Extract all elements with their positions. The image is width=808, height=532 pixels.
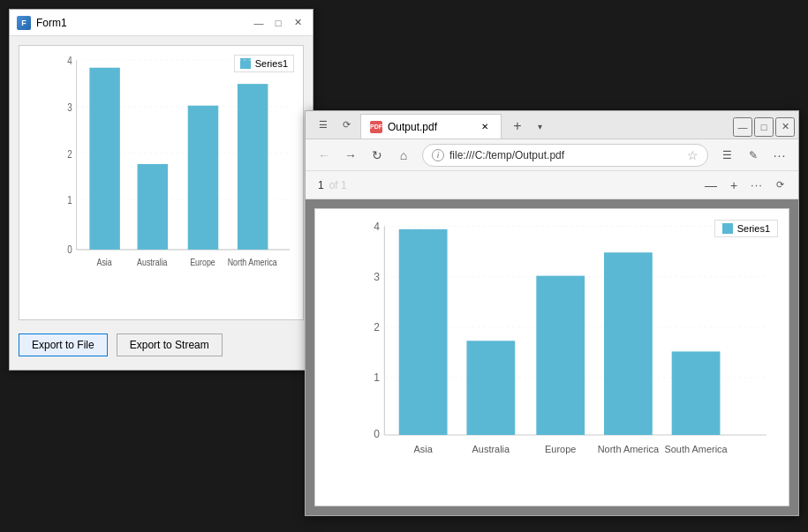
- home-button[interactable]: ⌂: [392, 144, 415, 167]
- bar-europe: [188, 106, 219, 250]
- pdf-bar-australia: [466, 341, 515, 435]
- more-button[interactable]: ···: [768, 144, 791, 167]
- form1-button-row: Export to File Export to Stream: [19, 329, 304, 361]
- svg-text:1: 1: [67, 194, 72, 206]
- svg-text:Australia: Australia: [137, 257, 168, 267]
- browser-close-button[interactable]: ✕: [775, 117, 795, 137]
- svg-text:0: 0: [67, 244, 72, 255]
- svg-text:2: 2: [67, 148, 72, 160]
- reload-button[interactable]: ↻: [366, 144, 389, 167]
- pdf-legend-label: Series1: [737, 223, 770, 234]
- svg-text:1: 1: [374, 371, 380, 384]
- form1-close-button[interactable]: ✕: [290, 15, 306, 31]
- svg-text:South America: South America: [664, 444, 728, 454]
- back-button[interactable]: ←: [313, 144, 336, 167]
- page-info: 1 of 1: [318, 179, 347, 191]
- pdf-favicon: PDF: [370, 121, 382, 133]
- form1-window: F Form1 — □ ✕ Series1: [9, 9, 313, 371]
- security-icon: i: [432, 149, 444, 161]
- pdf-bar-north-america: [604, 252, 653, 435]
- form1-titlebar: F Form1 — □ ✕: [10, 10, 313, 36]
- bookmark-icon[interactable]: ☆: [687, 148, 699, 162]
- svg-text:Asia: Asia: [414, 444, 434, 454]
- bar-asia: [89, 68, 120, 250]
- pdf-tab-close-button[interactable]: ✕: [478, 120, 492, 134]
- export-stream-button[interactable]: Export to Stream: [117, 333, 223, 356]
- toolbar-icon-2[interactable]: ⟳: [336, 114, 357, 135]
- svg-text:North America: North America: [228, 257, 277, 267]
- page-current: 1: [318, 179, 324, 191]
- browser-maximize-button[interactable]: □: [754, 117, 774, 137]
- form1-content: Series1 4 3 2 1 0: [10, 36, 313, 370]
- browser-window-controls: — □ ✕: [733, 111, 798, 139]
- export-file-button[interactable]: Export to File: [19, 333, 108, 356]
- browser-tab-area: ☰ ⟳ PDF Output.pdf ✕ + ▾: [306, 111, 733, 139]
- pdf-legend-color: [722, 223, 733, 234]
- svg-text:Europe: Europe: [190, 257, 215, 267]
- form1-chart-svg: 4 3 2 1 0 Asia Australia Eur: [50, 55, 294, 293]
- bar-north-america: [238, 84, 268, 250]
- svg-text:Asia: Asia: [97, 257, 113, 267]
- svg-text:4: 4: [374, 221, 380, 233]
- more-tools-button[interactable]: ···: [747, 176, 766, 195]
- form1-chart-container: Series1 4 3 2 1 0: [19, 45, 304, 320]
- form1-maximize-button[interactable]: □: [270, 15, 286, 31]
- svg-text:Australia: Australia: [472, 444, 510, 454]
- address-bar[interactable]: i file:///C:/temp/Output.pdf ☆: [422, 144, 708, 167]
- browser-chrome: ☰ ⟳ PDF Output.pdf ✕ + ▾ — □ ✕: [306, 111, 798, 515]
- pdf-chart-legend: Series1: [714, 220, 778, 237]
- pdf-toolbar: 1 of 1 — + ··· ⟳: [306, 171, 798, 199]
- pdf-tab[interactable]: PDF Output.pdf ✕: [360, 114, 502, 139]
- pen-button[interactable]: ✎: [742, 144, 765, 167]
- pdf-chart-card: Series1 4 3 2 1 0: [314, 208, 789, 506]
- svg-text:0: 0: [374, 428, 380, 440]
- zoom-in-button[interactable]: +: [724, 176, 744, 195]
- browser-minimize-button[interactable]: —: [733, 117, 752, 137]
- svg-text:3: 3: [374, 271, 380, 283]
- new-tab-button[interactable]: +: [505, 114, 530, 139]
- form1-app-icon: F: [17, 16, 31, 30]
- bar-australia: [138, 164, 169, 250]
- svg-text:North America: North America: [598, 444, 660, 454]
- pdf-bar-asia: [399, 229, 448, 435]
- form1-window-controls: — □ ✕: [251, 15, 306, 31]
- sidebar-toggle-button[interactable]: ☰: [313, 114, 334, 135]
- reader-view-button[interactable]: ☰: [715, 144, 738, 167]
- pdf-viewer-window: ☰ ⟳ PDF Output.pdf ✕ + ▾ — □ ✕: [305, 110, 799, 516]
- pdf-chart-svg: 4 3 2 1 0 Asia Australia Eur: [351, 221, 776, 474]
- svg-text:Europe: Europe: [545, 444, 576, 454]
- svg-text:2: 2: [374, 321, 380, 333]
- pdf-content-area: Series1 4 3 2 1 0: [306, 199, 798, 515]
- tab-list-button[interactable]: ▾: [530, 114, 549, 139]
- pdf-bar-south-america: [672, 351, 721, 435]
- form1-title: Form1: [36, 17, 251, 29]
- browser-nav-bar: ← → ↻ ⌂ i file:///C:/temp/Output.pdf ☆ ☰…: [306, 139, 798, 171]
- browser-tabbar: ☰ ⟳ PDF Output.pdf ✕ + ▾ — □ ✕: [306, 111, 798, 139]
- pdf-tab-title: Output.pdf: [388, 121, 472, 133]
- rotate-button[interactable]: ⟳: [770, 176, 789, 195]
- form1-chart: 4 3 2 1 0 Asia Australia Eur: [50, 55, 294, 293]
- page-of-label: of 1: [329, 179, 347, 191]
- forward-button[interactable]: →: [339, 144, 362, 167]
- page-controls: — + ··· ⟳: [701, 176, 789, 195]
- pdf-bar-europe: [536, 276, 585, 435]
- svg-text:4: 4: [67, 55, 72, 66]
- svg-text:3: 3: [67, 101, 72, 113]
- zoom-out-button[interactable]: —: [701, 176, 721, 195]
- address-text: file:///C:/temp/Output.pdf: [449, 149, 682, 161]
- form1-minimize-button[interactable]: —: [251, 15, 267, 31]
